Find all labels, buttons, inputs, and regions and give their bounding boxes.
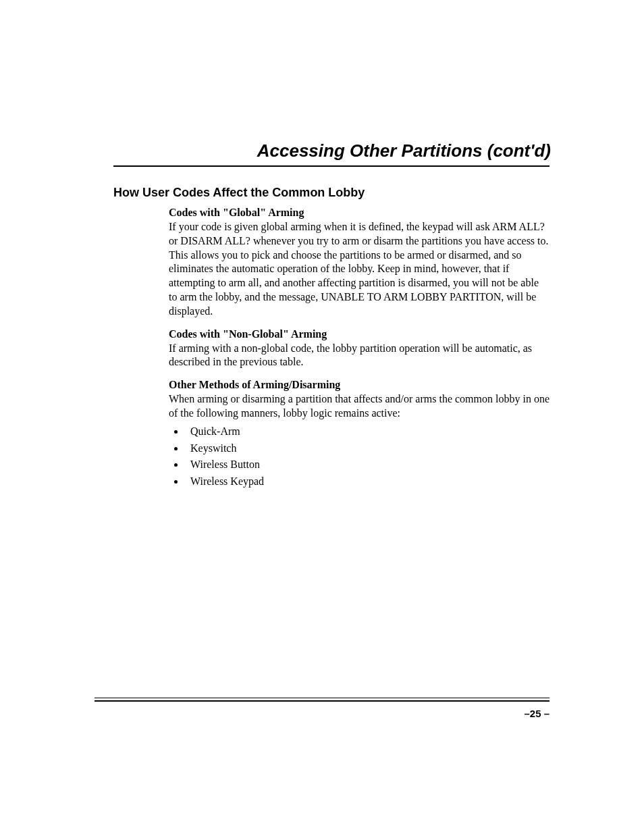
- para-global-arming: If your code is given global arming when…: [169, 220, 549, 319]
- para-nonglobal-arming: If arming with a non-global code, the lo…: [169, 342, 549, 370]
- para-other-methods: When arming or disarming a partition tha…: [169, 392, 549, 421]
- subhead-global-arming: Codes with "Global" Arming: [169, 207, 549, 219]
- methods-list: Quick-Arm Keyswitch Wireless Button Wire…: [169, 423, 549, 490]
- page-number: –25 –: [524, 708, 549, 719]
- section-heading: How User Codes Affect the Common Lobby: [113, 186, 549, 200]
- list-item: Quick-Arm: [185, 423, 549, 440]
- list-item: Keyswitch: [185, 440, 549, 457]
- document-page: Accessing Other Partitions (cont'd) How …: [0, 0, 644, 834]
- footer-rule: [95, 698, 549, 702]
- subhead-nonglobal-arming: Codes with "Non-Global" Arming: [169, 328, 549, 340]
- subhead-other-methods: Other Methods of Arming/Disarming: [169, 379, 549, 391]
- list-item: Wireless Button: [185, 457, 549, 473]
- body-column: Codes with "Global" Arming If your code …: [169, 207, 549, 490]
- page-title: Accessing Other Partitions (cont'd): [113, 140, 551, 161]
- title-rule: [113, 165, 549, 167]
- list-item: Wireless Keypad: [185, 473, 549, 490]
